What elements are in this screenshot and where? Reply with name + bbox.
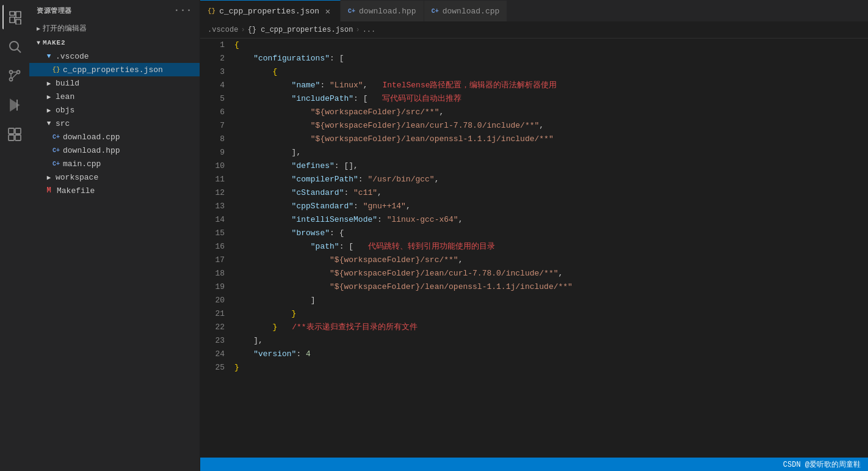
svg-rect-8 [15, 128, 21, 134]
sidebar-header-actions: ··· [174, 5, 192, 16]
vscode-folder-chevron: ▼ [44, 51, 54, 61]
activity-extensions[interactable] [2, 122, 27, 147]
objs-folder-chevron: ▶ [44, 105, 54, 115]
tab-bar: {} c_cpp_properties.json ✕ C+ download.h… [200, 0, 868, 21]
status-bar: CSDN @爱听歌的周童鞋 [200, 458, 868, 471]
main-cpp-label: main.cpp [63, 159, 101, 169]
tree-root-label: MAKE2 [43, 39, 65, 46]
breadcrumb-more: ... [363, 26, 376, 34]
svg-point-3 [17, 71, 20, 74]
svg-point-0 [10, 42, 18, 50]
code-line-17: "${workspaceFolder}/src/**", [234, 254, 868, 267]
src-folder-chevron: ▼ [44, 119, 54, 128]
activity-explorer[interactable] [2, 5, 27, 29]
tab-json-icon: {} [208, 7, 215, 15]
code-line-9: ], [234, 146, 868, 159]
breadcrumb-file: {} c_cpp_properties.json [248, 26, 353, 34]
tab-json-label: c_cpp_properties.json [219, 7, 319, 16]
tab-cpp-icon: C+ [432, 8, 439, 15]
code-line-14: "intelliSenseMode": "linux-gcc-x64", [234, 213, 868, 227]
breadcrumb-vscode: .vscode [208, 26, 238, 34]
svg-point-2 [10, 78, 13, 81]
workspace-folder-label: workspace [56, 173, 98, 182]
breadcrumb-sep2: › [355, 26, 360, 34]
code-line-24: "version": 4 [234, 348, 868, 361]
activity-run[interactable] [2, 93, 27, 117]
breadcrumb-sep1: › [241, 26, 245, 34]
code-line-10: "defines": [], [234, 159, 868, 173]
code-line-20: ] [234, 294, 868, 307]
makefile-icon: M [44, 186, 54, 195]
code-line-21: } [234, 307, 868, 321]
code-line-8: "${workspaceFolder}/lean/openssl-1.1.1j/… [234, 133, 868, 146]
lean-folder-chevron: ▶ [44, 92, 54, 101]
tab-hpp-icon: C+ [348, 8, 355, 15]
workspace-folder-item[interactable]: ▶ workspace [29, 170, 200, 184]
code-line-22: }/**表示递归查找子目录的所有文件 [234, 321, 868, 334]
open-editors-section[interactable]: ▶ 打开的编辑器 [29, 21, 200, 36]
activity-bar [0, 0, 29, 471]
sidebar-title: 资源管理器 [37, 6, 72, 15]
c-cpp-props-item[interactable]: {} c_cpp_properties.json [29, 63, 200, 76]
download-hpp-label: download.hpp [63, 146, 120, 155]
svg-rect-7 [9, 128, 14, 134]
root-chevron: ▼ [37, 40, 40, 46]
lean-folder-item[interactable]: ▶ lean [29, 90, 200, 103]
code-content[interactable]: { "configurations": [ { "name": "Linux",… [230, 38, 868, 458]
tab-cpp-label: download.cpp [443, 7, 500, 16]
breadcrumb: .vscode › {} c_cpp_properties.json › ... [200, 21, 868, 38]
status-text: CSDN @爱听歌的周童鞋 [783, 459, 861, 470]
annotation-line-4: IntelSense路径配置，编辑器的语法解析器使用 [382, 79, 557, 92]
open-editors-label: 打开的编辑器 [43, 23, 87, 34]
svg-point-4 [10, 71, 13, 74]
code-line-7: "${workspaceFolder}/lean/curl-7.78.0/inc… [234, 119, 868, 133]
svg-line-1 [18, 49, 21, 53]
lean-folder-label: lean [56, 92, 74, 101]
open-editors-chevron: ▶ [37, 25, 40, 32]
main-cpp-item[interactable]: C+ main.cpp [29, 157, 200, 170]
tab-json-close[interactable]: ✕ [323, 6, 333, 16]
src-folder-item[interactable]: ▼ src [29, 117, 200, 130]
code-line-12: "cStandard": "c11", [234, 186, 868, 200]
activity-source-control[interactable] [2, 64, 27, 88]
code-line-11: "compilerPath": "/usr/bin/gcc", [234, 173, 868, 186]
code-line-16: "path": [代码跳转、转到引用功能使用的目录 [234, 240, 868, 254]
more-actions-icon[interactable]: ··· [174, 5, 192, 16]
json-file-icon: {} [51, 65, 61, 75]
tab-hpp[interactable]: C+ download.hpp [341, 0, 424, 21]
main-cpp-icon: C+ [51, 159, 61, 169]
vscode-folder-label: .vscode [56, 52, 89, 61]
code-line-2: "configurations": [ [234, 52, 868, 65]
tree-root[interactable]: ▼ MAKE2 [29, 36, 200, 49]
activity-search[interactable] [2, 34, 27, 59]
build-folder-item[interactable]: ▶ build [29, 76, 200, 90]
download-cpp-label: download.cpp [63, 133, 120, 142]
line-numbers: 1234567891011121314151617181920212223242… [200, 38, 230, 458]
tab-json[interactable]: {} c_cpp_properties.json ✕ [200, 0, 341, 21]
download-cpp-item[interactable]: C+ download.cpp [29, 130, 200, 144]
makefile-item[interactable]: M Makefile [29, 184, 200, 197]
editor-area: {} c_cpp_properties.json ✕ C+ download.h… [200, 0, 868, 471]
annotation-line-22: /**表示递归查找子目录的所有文件 [292, 321, 417, 334]
makefile-label: Makefile [57, 186, 95, 195]
objs-folder-item[interactable]: ▶ objs [29, 103, 200, 117]
svg-rect-9 [9, 135, 14, 141]
sidebar-header: 资源管理器 ··· [29, 0, 200, 21]
code-line-18: "${workspaceFolder}/lean/curl-7.78.0/inc… [234, 267, 868, 280]
code-line-15: "browse": { [234, 227, 868, 240]
annotation-line-16: 代码跳转、转到引用功能使用的目录 [368, 240, 495, 254]
code-line-6: "${workspaceFolder}/src/**", [234, 106, 868, 119]
code-line-4: "name": "Linux",IntelSense路径配置，编辑器的语法解析器… [234, 79, 868, 92]
download-hpp-item[interactable]: C+ download.hpp [29, 144, 200, 157]
code-line-13: "cppStandard": "gnu++14", [234, 200, 868, 213]
build-folder-label: build [56, 79, 79, 88]
download-cpp-icon: C+ [51, 132, 61, 142]
code-line-1: { [234, 38, 868, 52]
vscode-folder-item[interactable]: ▼ .vscode [29, 49, 200, 63]
code-line-25: } [234, 361, 868, 374]
tab-cpp[interactable]: C+ download.cpp [424, 0, 508, 21]
c-cpp-props-label: c_cpp_properties.json [63, 65, 163, 75]
tab-hpp-label: download.hpp [359, 7, 416, 16]
workspace-folder-chevron: ▶ [44, 172, 54, 182]
code-line-5: "includePath": [写代码可以自动出推荐 [234, 92, 868, 106]
